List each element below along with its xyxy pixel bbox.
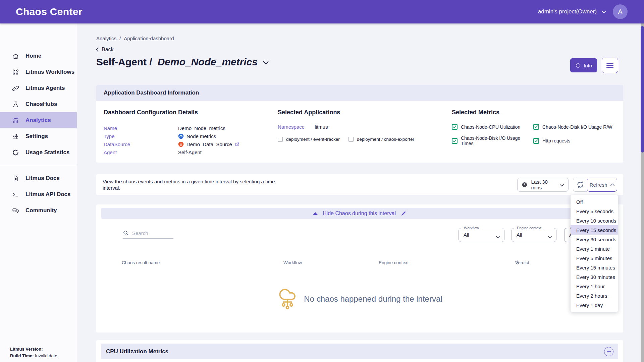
sidebar-item-label: Usage Statistics: [25, 149, 69, 156]
check-icon: [453, 125, 457, 129]
cpu-utilization-panel: CPU Utilization Metrics: [96, 340, 623, 362]
chevron-left-icon: [96, 47, 99, 52]
checkbox-checked[interactable]: [533, 138, 539, 144]
time-range-select[interactable]: Last 30 mins: [517, 178, 569, 192]
triangle-up-icon: [313, 212, 318, 215]
info-button[interactable]: Info: [570, 58, 597, 72]
sidebar-item-litmus-agents[interactable]: Litmus Agents: [0, 80, 77, 96]
menu-item-every-1-hour[interactable]: Every 1 hour: [571, 282, 618, 291]
column-workflow: Workflow: [283, 260, 302, 265]
refresh-rate-button[interactable]: Refresh: [587, 178, 617, 192]
checkbox-unchecked[interactable]: [278, 137, 283, 142]
filter-label: Workflow: [462, 226, 481, 230]
sidebar-item-analytics[interactable]: Analytics: [0, 112, 77, 128]
sidebar-item-litmus-docs[interactable]: Litmus Docs: [0, 170, 77, 186]
metric-checkbox-item: Chaos-Node-CPU Utilization: [452, 124, 533, 130]
column-chaos-result-name: Chaos result name: [122, 260, 160, 265]
breadcrumb: Analytics / Application-dashboard: [96, 36, 174, 41]
app-title: Chaos Center: [16, 6, 83, 17]
menu-item-every-1-day[interactable]: Every 1 day: [571, 300, 618, 310]
menu-item-every-5-seconds[interactable]: Every 5 seconds: [571, 206, 618, 216]
search-input[interactable]: [132, 230, 170, 236]
menu-item-every-2-hours[interactable]: Every 2 hours: [571, 291, 618, 300]
metric-checkbox-item: Chaos-Node-Disk I/O Usage Times: [452, 135, 533, 146]
type-value: Node metrics: [186, 133, 216, 139]
workflow-filter-select[interactable]: Workflow All: [459, 228, 504, 242]
external-link-icon[interactable]: [235, 142, 240, 147]
checkbox-checked[interactable]: [452, 138, 458, 144]
filter-label: Engine context: [515, 226, 543, 230]
dashboard-info-panel-header: Application Dashboard Information: [96, 85, 623, 101]
sidebar-item-label: Litmus Workflows: [25, 69, 74, 75]
checkbox-checked[interactable]: [452, 124, 458, 130]
dashboard-switcher-chevron[interactable]: [263, 60, 269, 66]
dashboard-options-button[interactable]: [602, 58, 618, 73]
sliders-icon: [12, 133, 19, 140]
menu-item-every-15-minutes[interactable]: Every 15 minutes: [571, 263, 618, 272]
sidebar-item-usage-statistics[interactable]: Usage Statistics: [0, 144, 77, 161]
back-button[interactable]: Back: [96, 47, 114, 53]
hide-chaos-toggle[interactable]: Hide Chaos during this interval: [101, 208, 618, 219]
menu-item-every-10-seconds[interactable]: Every 10 seconds: [571, 216, 618, 225]
app-header: Chaos Center admin's project(Owner) A: [0, 0, 644, 23]
sidebar-item-label: Analytics: [25, 117, 51, 124]
project-label: admin's project(Owner): [538, 8, 597, 15]
edit-pencil-icon[interactable]: [401, 210, 407, 216]
chevron-down-icon: [602, 10, 606, 13]
check-icon: [534, 139, 538, 143]
sidebar-item-litmus-workflows[interactable]: Litmus Workflows: [0, 64, 77, 80]
config-row-type: Type Node metrics: [104, 132, 278, 140]
checkbox-unchecked[interactable]: [348, 137, 354, 142]
collapse-section-button[interactable]: [604, 347, 613, 356]
config-row-agent: Agent Self-Agent: [104, 148, 278, 156]
chevron-down-icon: [548, 236, 552, 239]
home-icon: [12, 53, 19, 60]
scrollbar-thumb[interactable]: [641, 26, 644, 153]
menu-item-every-30-minutes[interactable]: Every 30 minutes: [571, 272, 618, 282]
build-time-label: Build Time:: [10, 353, 34, 358]
type-label: Type: [104, 133, 178, 139]
sync-now-button[interactable]: [573, 178, 587, 192]
chevron-up-icon: [610, 183, 614, 186]
cpu-section-title: CPU Utilization Metrics: [106, 348, 168, 355]
sidebar-item-community[interactable]: Community: [0, 202, 77, 219]
sidebar-item-label: Settings: [25, 133, 48, 140]
chevron-down-icon: [496, 236, 500, 239]
applications-checkbox-row: deployment / event-tracker deployment / …: [278, 137, 452, 142]
datasource-label: DataSource: [104, 141, 178, 147]
breadcrumb-separator: /: [119, 36, 121, 41]
menu-item-every-1-minute[interactable]: Every 1 minute: [571, 244, 618, 253]
sidebar-item-settings[interactable]: Settings: [0, 128, 77, 144]
metric-checkbox-item: Http requests: [533, 135, 623, 146]
checkbox-checked[interactable]: [533, 124, 539, 130]
sidebar-item-litmus-api-docs[interactable]: Litmus API Docs: [0, 186, 77, 202]
menu-item-off[interactable]: Off: [571, 197, 618, 206]
applications-title: Selected Applications: [278, 109, 452, 116]
sidebar-item-label: ChaosHubs: [25, 101, 57, 108]
sidebar-item-label: Litmus API Docs: [25, 191, 70, 198]
metric-label: Chaos-Node-Disk I/O Usage R/W: [542, 124, 612, 130]
menu-item-every-15-seconds[interactable]: Every 15 seconds: [571, 225, 618, 235]
menu-item-every-30-seconds[interactable]: Every 30 seconds: [571, 235, 618, 244]
usage-arc-icon: [12, 149, 19, 156]
namespace-row: Namespace litmus: [278, 124, 452, 130]
project-switcher[interactable]: admin's project(Owner): [538, 8, 606, 15]
cpu-section-header: CPU Utilization Metrics: [101, 344, 618, 359]
metrics-title: Selected Metrics: [452, 109, 623, 116]
sidebar-item-chaoshubs[interactable]: ChaosHubs: [0, 96, 77, 112]
breadcrumb-analytics[interactable]: Analytics: [96, 36, 116, 41]
interval-description: View the chaos events and metrics in a g…: [103, 178, 275, 191]
analytics-chart-icon: [12, 117, 19, 124]
hide-chaos-label: Hide Chaos during this interval: [323, 210, 396, 217]
menu-item-every-5-minutes[interactable]: Every 5 minutes: [571, 253, 618, 263]
sidebar-item-label: Litmus Agents: [25, 85, 65, 92]
engine-context-filter-select[interactable]: Engine context All: [512, 228, 556, 242]
vertical-scrollbar[interactable]: [641, 23, 644, 362]
sidebar: Home Litmus Workflows Litmus Agents Chao…: [0, 23, 77, 362]
avatar[interactable]: A: [613, 4, 628, 19]
namespace-label: Namespace: [278, 124, 305, 130]
filter-value: All: [464, 232, 469, 238]
refresh-rate-menu: Off Every 5 seconds Every 10 seconds Eve…: [571, 195, 618, 312]
configuration-column: Dashboard Configuration Details Name Dem…: [104, 109, 278, 156]
sidebar-item-home[interactable]: Home: [0, 48, 77, 64]
